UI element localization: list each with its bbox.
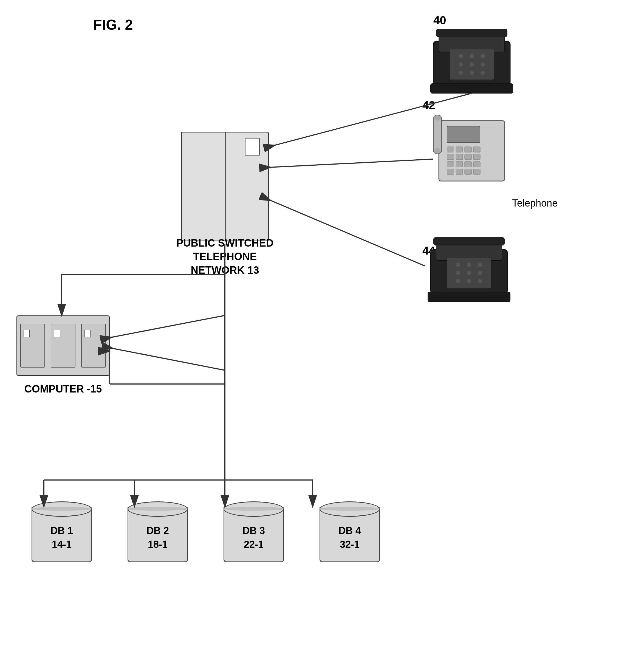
phone-44-icon	[425, 231, 513, 305]
svg-point-43	[456, 263, 460, 267]
database-row: DB 114-1 DB 218-1 DB 322-1 DB 432-1	[14, 507, 398, 562]
svg-point-49	[456, 279, 460, 283]
svg-point-9	[459, 62, 463, 67]
svg-rect-21	[447, 147, 454, 152]
svg-rect-33	[447, 169, 454, 174]
svg-point-48	[478, 271, 482, 275]
svg-rect-30	[456, 162, 463, 167]
svg-point-46	[456, 271, 460, 275]
computer-device: COMPUTER -15	[17, 315, 110, 376]
svg-rect-35	[465, 169, 472, 174]
figure-title: FIG. 2	[93, 17, 133, 33]
svg-point-11	[481, 62, 485, 67]
computer-unit-middle	[51, 323, 75, 367]
svg-rect-4	[436, 29, 507, 37]
db-4: DB 432-1	[319, 507, 380, 562]
svg-point-45	[478, 263, 482, 267]
svg-point-18	[434, 115, 441, 121]
svg-rect-29	[447, 162, 454, 167]
db-4-label: DB 432-1	[338, 524, 361, 552]
db-2-label: DB 218-1	[146, 524, 169, 552]
svg-rect-26	[456, 154, 463, 160]
svg-line-58	[270, 200, 425, 266]
computer-unit-left	[20, 323, 45, 367]
svg-rect-28	[474, 154, 480, 160]
svg-rect-32	[474, 162, 480, 167]
svg-point-6	[459, 54, 463, 58]
svg-point-47	[467, 271, 471, 275]
db-1-label: DB 114-1	[50, 524, 73, 552]
svg-rect-15	[431, 83, 513, 93]
computer-label: COMPUTER -15	[24, 383, 102, 395]
telephone-label: Telephone	[512, 197, 558, 209]
svg-point-12	[459, 71, 463, 75]
svg-point-50	[467, 279, 471, 283]
svg-line-57	[270, 159, 433, 167]
db-3-label: DB 322-1	[242, 524, 265, 552]
svg-rect-17	[433, 115, 441, 153]
computer-unit-right	[81, 323, 106, 367]
pstn-label: PUBLIC SWITCHEDTELEPHONENETWORK 13	[176, 236, 274, 277]
svg-rect-53	[450, 251, 488, 256]
phone-40-icon	[428, 19, 516, 96]
svg-rect-34	[456, 169, 463, 174]
svg-rect-41	[433, 237, 505, 245]
svg-point-7	[469, 54, 474, 58]
phone-42-icon	[433, 104, 510, 187]
svg-point-51	[478, 279, 482, 283]
svg-rect-52	[428, 292, 510, 302]
svg-line-66	[111, 315, 225, 337]
svg-rect-20	[447, 126, 480, 143]
svg-rect-36	[474, 169, 480, 174]
svg-point-19	[434, 148, 441, 153]
svg-rect-22	[456, 147, 463, 152]
svg-point-44	[467, 263, 471, 267]
svg-rect-24	[474, 147, 480, 152]
svg-point-14	[481, 71, 485, 75]
pstn-device: PUBLIC SWITCHEDTELEPHONENETWORK 13	[181, 131, 269, 241]
svg-point-13	[469, 71, 474, 75]
svg-point-8	[481, 54, 485, 58]
db-3: DB 322-1	[223, 507, 284, 562]
svg-point-10	[469, 62, 474, 67]
svg-line-67	[113, 349, 225, 370]
svg-rect-27	[465, 154, 472, 160]
db-1: DB 114-1	[31, 507, 92, 562]
svg-rect-23	[465, 147, 472, 152]
svg-rect-31	[465, 162, 472, 167]
svg-rect-25	[447, 154, 454, 160]
db-2: DB 218-1	[127, 507, 188, 562]
